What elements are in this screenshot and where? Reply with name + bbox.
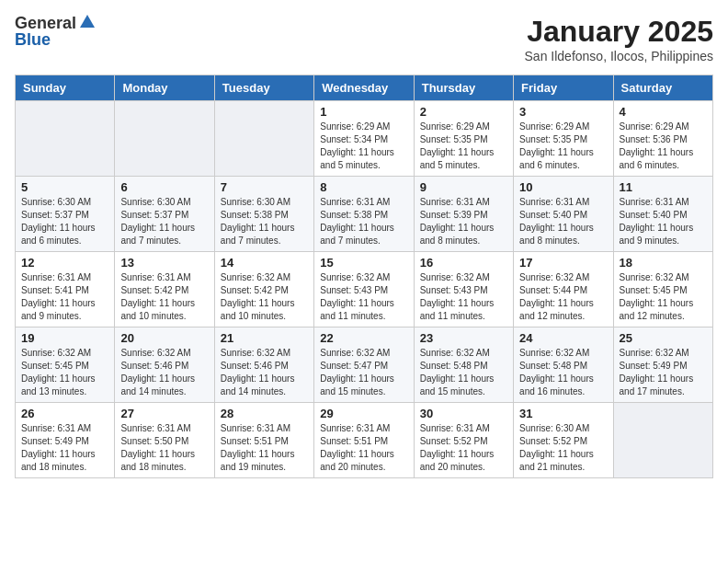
day-cell: 8Sunrise: 6:31 AMSunset: 5:38 PMDaylight…	[314, 177, 414, 252]
day-cell: 24Sunrise: 6:32 AMSunset: 5:48 PMDayligh…	[514, 327, 613, 403]
logo-general: General	[15, 15, 76, 31]
day-cell: 28Sunrise: 6:31 AMSunset: 5:51 PMDayligh…	[214, 403, 313, 478]
day-info: Sunrise: 6:32 AMSunset: 5:45 PMDaylight:…	[620, 271, 707, 323]
day-cell	[613, 403, 712, 478]
day-number: 4	[620, 105, 707, 119]
week-row-2: 5Sunrise: 6:30 AMSunset: 5:37 PMDaylight…	[16, 177, 713, 252]
weekday-header-saturday: Saturday	[613, 75, 712, 101]
day-number: 1	[320, 105, 407, 119]
day-info: Sunrise: 6:32 AMSunset: 5:43 PMDaylight:…	[320, 271, 407, 323]
day-info: Sunrise: 6:31 AMSunset: 5:40 PMDaylight:…	[620, 196, 707, 247]
day-cell	[16, 101, 115, 177]
main-title: January 2025	[525, 15, 713, 49]
day-number: 3	[519, 105, 607, 119]
day-cell: 13Sunrise: 6:31 AMSunset: 5:42 PMDayligh…	[115, 252, 214, 327]
svg-marker-0	[80, 15, 95, 28]
day-cell: 5Sunrise: 6:30 AMSunset: 5:37 PMDaylight…	[16, 177, 115, 252]
day-info: Sunrise: 6:32 AMSunset: 5:44 PMDaylight:…	[519, 271, 607, 323]
day-cell: 16Sunrise: 6:32 AMSunset: 5:43 PMDayligh…	[414, 252, 513, 327]
day-cell: 12Sunrise: 6:31 AMSunset: 5:41 PMDayligh…	[16, 252, 115, 327]
day-cell: 29Sunrise: 6:31 AMSunset: 5:51 PMDayligh…	[314, 403, 414, 478]
day-cell: 22Sunrise: 6:32 AMSunset: 5:47 PMDayligh…	[314, 327, 414, 403]
day-number: 21	[221, 331, 308, 345]
day-number: 26	[21, 407, 108, 420]
day-cell: 18Sunrise: 6:32 AMSunset: 5:45 PMDayligh…	[613, 252, 712, 327]
logo-blue: Blue	[15, 30, 51, 49]
day-number: 31	[519, 407, 607, 420]
day-cell: 26Sunrise: 6:31 AMSunset: 5:49 PMDayligh…	[16, 403, 115, 478]
day-info: Sunrise: 6:29 AMSunset: 5:35 PMDaylight:…	[519, 121, 607, 172]
day-info: Sunrise: 6:32 AMSunset: 5:46 PMDaylight:…	[120, 347, 208, 398]
subtitle: San Ildefonso, Ilocos, Philippines	[525, 49, 713, 63]
title-block: January 2025 San Ildefonso, Ilocos, Phil…	[525, 15, 713, 63]
day-cell: 15Sunrise: 6:32 AMSunset: 5:43 PMDayligh…	[314, 252, 414, 327]
day-info: Sunrise: 6:32 AMSunset: 5:48 PMDaylight:…	[519, 347, 607, 398]
day-info: Sunrise: 6:31 AMSunset: 5:39 PMDaylight:…	[420, 196, 507, 247]
day-info: Sunrise: 6:32 AMSunset: 5:46 PMDaylight:…	[221, 347, 308, 398]
logo-icon	[78, 13, 97, 31]
day-cell: 4Sunrise: 6:29 AMSunset: 5:36 PMDaylight…	[613, 101, 712, 177]
weekday-header-thursday: Thursday	[414, 75, 513, 101]
day-number: 10	[519, 180, 607, 194]
day-number: 18	[620, 256, 707, 270]
weekday-header-friday: Friday	[514, 75, 613, 101]
day-info: Sunrise: 6:31 AMSunset: 5:50 PMDaylight:…	[120, 422, 208, 474]
day-number: 12	[21, 256, 108, 270]
week-row-1: 1Sunrise: 6:29 AMSunset: 5:34 PMDaylight…	[16, 101, 713, 177]
day-number: 11	[620, 180, 707, 194]
day-number: 9	[420, 180, 507, 194]
day-number: 8	[320, 180, 407, 194]
day-cell: 21Sunrise: 6:32 AMSunset: 5:46 PMDayligh…	[214, 327, 313, 403]
day-number: 13	[120, 256, 208, 270]
day-cell: 31Sunrise: 6:30 AMSunset: 5:52 PMDayligh…	[514, 403, 613, 478]
day-cell: 19Sunrise: 6:32 AMSunset: 5:45 PMDayligh…	[16, 327, 115, 403]
day-cell: 25Sunrise: 6:32 AMSunset: 5:49 PMDayligh…	[613, 327, 712, 403]
day-cell: 30Sunrise: 6:31 AMSunset: 5:52 PMDayligh…	[414, 403, 513, 478]
day-cell: 14Sunrise: 6:32 AMSunset: 5:42 PMDayligh…	[214, 252, 313, 327]
weekday-header-wednesday: Wednesday	[314, 75, 414, 101]
day-number: 15	[320, 256, 407, 270]
day-info: Sunrise: 6:30 AMSunset: 5:37 PMDaylight:…	[21, 196, 108, 247]
day-info: Sunrise: 6:31 AMSunset: 5:42 PMDaylight:…	[120, 271, 208, 323]
day-info: Sunrise: 6:31 AMSunset: 5:51 PMDaylight:…	[221, 422, 308, 474]
day-number: 5	[21, 180, 108, 194]
day-number: 6	[120, 180, 208, 194]
day-cell: 23Sunrise: 6:32 AMSunset: 5:48 PMDayligh…	[414, 327, 513, 403]
calendar-table: SundayMondayTuesdayWednesdayThursdayFrid…	[15, 75, 713, 478]
day-cell: 1Sunrise: 6:29 AMSunset: 5:34 PMDaylight…	[314, 101, 414, 177]
day-info: Sunrise: 6:32 AMSunset: 5:42 PMDaylight:…	[221, 271, 308, 323]
day-number: 7	[221, 180, 308, 194]
day-cell: 7Sunrise: 6:30 AMSunset: 5:38 PMDaylight…	[214, 177, 313, 252]
day-cell: 17Sunrise: 6:32 AMSunset: 5:44 PMDayligh…	[514, 252, 613, 327]
day-info: Sunrise: 6:32 AMSunset: 5:43 PMDaylight:…	[420, 271, 507, 323]
day-cell: 20Sunrise: 6:32 AMSunset: 5:46 PMDayligh…	[115, 327, 214, 403]
week-row-5: 26Sunrise: 6:31 AMSunset: 5:49 PMDayligh…	[16, 403, 713, 478]
day-cell: 3Sunrise: 6:29 AMSunset: 5:35 PMDaylight…	[514, 101, 613, 177]
day-cell	[115, 101, 214, 177]
day-number: 25	[620, 331, 707, 345]
day-info: Sunrise: 6:31 AMSunset: 5:52 PMDaylight:…	[420, 422, 507, 474]
day-info: Sunrise: 6:32 AMSunset: 5:45 PMDaylight:…	[21, 347, 108, 398]
day-cell: 27Sunrise: 6:31 AMSunset: 5:50 PMDayligh…	[115, 403, 214, 478]
day-info: Sunrise: 6:31 AMSunset: 5:38 PMDaylight:…	[320, 196, 407, 247]
day-cell: 6Sunrise: 6:30 AMSunset: 5:37 PMDaylight…	[115, 177, 214, 252]
logo: General Blue	[15, 15, 97, 49]
day-info: Sunrise: 6:30 AMSunset: 5:52 PMDaylight:…	[519, 422, 607, 474]
day-number: 23	[420, 331, 507, 345]
day-number: 16	[420, 256, 507, 270]
day-number: 2	[420, 105, 507, 119]
day-number: 27	[120, 407, 208, 420]
day-info: Sunrise: 6:31 AMSunset: 5:41 PMDaylight:…	[21, 271, 108, 323]
day-number: 30	[420, 407, 507, 420]
day-info: Sunrise: 6:31 AMSunset: 5:49 PMDaylight:…	[21, 422, 108, 474]
day-cell: 11Sunrise: 6:31 AMSunset: 5:40 PMDayligh…	[613, 177, 712, 252]
day-cell: 9Sunrise: 6:31 AMSunset: 5:39 PMDaylight…	[414, 177, 513, 252]
day-number: 20	[120, 331, 208, 345]
day-info: Sunrise: 6:31 AMSunset: 5:40 PMDaylight:…	[519, 196, 607, 247]
day-number: 14	[221, 256, 308, 270]
day-info: Sunrise: 6:29 AMSunset: 5:35 PMDaylight:…	[420, 121, 507, 172]
weekday-header-row: SundayMondayTuesdayWednesdayThursdayFrid…	[16, 75, 713, 101]
day-info: Sunrise: 6:29 AMSunset: 5:36 PMDaylight:…	[620, 121, 707, 172]
weekday-header-tuesday: Tuesday	[214, 75, 313, 101]
page-header: General Blue January 2025 San Ildefonso,…	[15, 15, 713, 63]
